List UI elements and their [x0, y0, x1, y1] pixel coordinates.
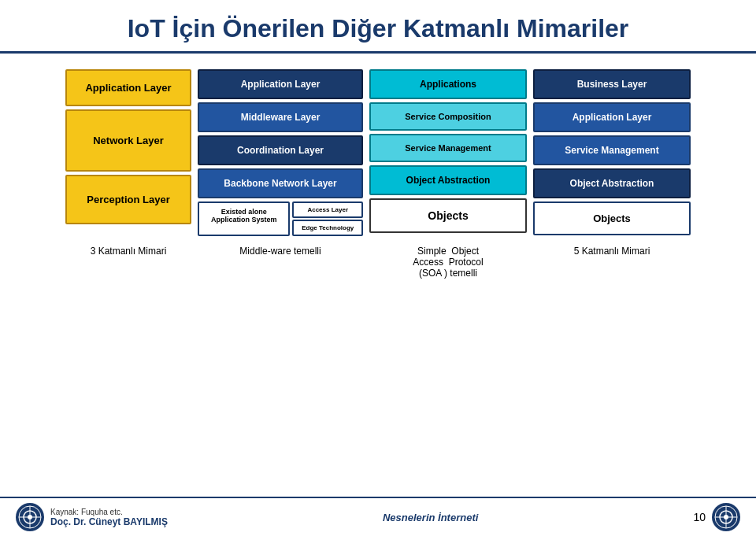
page-number: 10: [693, 511, 706, 523]
footer-author: Doç. Dr. Cüneyt BAYILMIŞ: [50, 516, 168, 527]
diagram3-service-management: Service Management: [369, 134, 527, 162]
left-logo-icon: [16, 503, 44, 531]
diagram3-object-abstraction: Object Abstraction: [369, 165, 527, 195]
diagram4-business-layer: Business Layer: [533, 69, 691, 99]
main-content: Application Layer Network Layer Percepti…: [0, 54, 756, 286]
diagrams-row: Application Layer Network Layer Percepti…: [16, 69, 740, 236]
diagram1-perception-layer: Perception Layer: [65, 175, 191, 224]
diagram1-network-layer: Network Layer: [65, 109, 191, 172]
footer-text-block: Kaynak: Fuquha etc. Doç. Dr. Cüneyt BAYI…: [50, 508, 168, 527]
label-diagram2: Middle-ware temelli: [198, 246, 363, 279]
diagram2-coordination-layer: Coordination Layer: [198, 135, 363, 165]
footer: Kaynak: Fuquha etc. Doç. Dr. Cüneyt BAYI…: [0, 497, 756, 536]
diagram3-objects: Objects: [369, 198, 527, 233]
diagram2-edge-tech: Edge Technology: [292, 220, 363, 236]
diagram2-backbone-layer: Backbone Network Layer: [198, 168, 363, 198]
diagram3-applications: Applications: [369, 69, 527, 99]
header-section: IoT İçin Önerilen Diğer Katmanlı Mimaril…: [0, 0, 756, 54]
footer-center: Nesnelerin İnterneti: [383, 512, 478, 523]
diagram3: Applications Service Composition Service…: [369, 69, 527, 233]
diagram3-service-composition: Service Composition: [369, 102, 527, 131]
diagram2-existed: Existed alone Application System: [198, 201, 290, 236]
diagram4-service-management: Service Management: [533, 135, 691, 165]
diagram1-app-layer: Application Layer: [65, 69, 191, 106]
diagram4: Business Layer Application Layer Service…: [533, 69, 691, 235]
label-diagram1: 3 Katmanlı Mimari: [65, 246, 191, 279]
diagram2-bottom-row: Existed alone Application System Access …: [198, 201, 363, 236]
label-diagram3: Simple Object Access Protocol (SOA ) tem…: [369, 246, 527, 279]
label-diagram4: 5 Katmanlı Mimari: [533, 246, 691, 279]
page-title: IoT İçin Önerilen Diğer Katmanlı Mimaril…: [24, 14, 732, 43]
footer-source: Kaynak: Fuquha etc.: [50, 508, 168, 516]
diagram4-app-layer: Application Layer: [533, 102, 691, 132]
diagram2: Application Layer Middleware Layer Coord…: [198, 69, 363, 236]
diagram4-object-abstraction: Object Abstraction: [533, 168, 691, 198]
footer-left: Kaynak: Fuquha etc. Doç. Dr. Cüneyt BAYI…: [16, 503, 168, 531]
diagram2-access-layer: Access Layer: [292, 201, 363, 218]
diagram2-app-layer: Application Layer: [198, 69, 363, 99]
diagram2-access-edge-col: Access Layer Edge Technology: [292, 201, 363, 236]
labels-row: 3 Katmanlı Mimari Middle-ware temelli Si…: [16, 246, 740, 279]
diagram2-middleware-layer: Middleware Layer: [198, 102, 363, 132]
diagram1: Application Layer Network Layer Percepti…: [65, 69, 191, 224]
footer-right: 10: [693, 503, 740, 531]
right-logo-icon: [712, 503, 740, 531]
diagram4-objects: Objects: [533, 201, 691, 235]
